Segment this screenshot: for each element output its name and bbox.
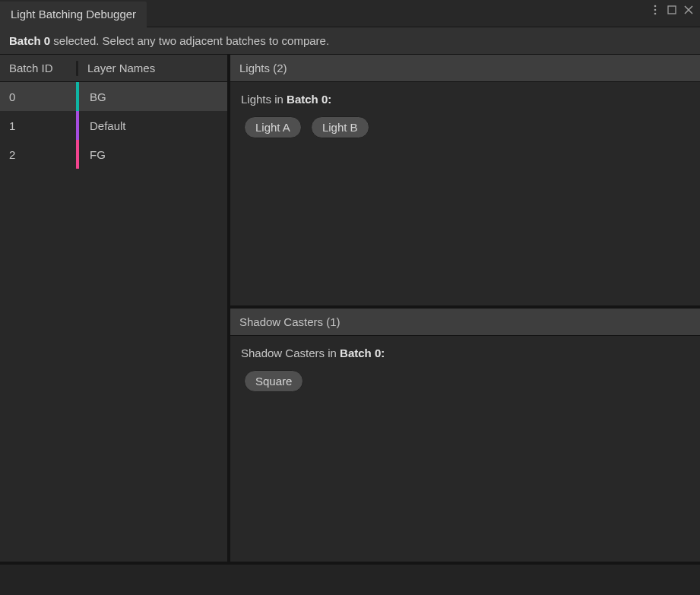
batch-row[interactable]: 1Default <box>0 111 227 140</box>
shadow-caster-chip[interactable]: Square <box>244 370 303 392</box>
light-chip[interactable]: Light A <box>244 116 302 138</box>
window-controls <box>644 0 700 20</box>
details-panel: Lights (2) Lights in Batch 0: Light ALig… <box>230 55 700 562</box>
info-suffix: selected. Select any two adjacent batche… <box>50 34 329 47</box>
batch-row[interactable]: 0BG <box>0 82 227 111</box>
lights-section: Lights (2) Lights in Batch 0: Light ALig… <box>230 55 700 305</box>
info-text: Batch 0 selected. Select any two adjacen… <box>9 34 329 47</box>
maximize-icon[interactable] <box>667 5 677 15</box>
content: Batch ID Layer Names 0BG1Default2FG Ligh… <box>0 55 700 562</box>
batch-rows-container: 0BG1Default2FG <box>0 82 227 169</box>
titlebar: Light Batching Debugger <box>0 0 700 27</box>
info-bold: Batch 0 <box>9 34 50 47</box>
shadows-header: Shadow Casters (1) <box>230 309 700 336</box>
lights-header-label: Lights (2) <box>239 62 287 74</box>
lights-body: Lights in Batch 0: Light ALight B <box>230 82 700 305</box>
light-chip[interactable]: Light B <box>311 116 369 138</box>
close-icon[interactable] <box>683 5 694 15</box>
lights-header: Lights (2) <box>230 55 700 82</box>
svg-point-2 <box>654 13 657 15</box>
svg-point-0 <box>654 5 657 8</box>
layer-name-cell: FG <box>79 143 227 166</box>
lights-title-line: Lights in Batch 0: <box>241 93 689 106</box>
shadows-title-line: Shadow Casters in Batch 0: <box>241 347 689 359</box>
window-tab[interactable]: Light Batching Debugger <box>0 2 147 27</box>
layer-name-cell: BG <box>79 85 227 109</box>
more-icon[interactable] <box>650 5 660 15</box>
header-layer-names: Layer Names <box>78 56 227 80</box>
shadows-body: Shadow Casters in Batch 0: Square <box>230 336 700 562</box>
shadows-section: Shadow Casters (1) Shadow Casters in Bat… <box>230 309 700 562</box>
lights-chips: Light ALight B <box>241 116 689 138</box>
svg-point-1 <box>654 9 657 11</box>
window-title: Light Batching Debugger <box>11 8 136 21</box>
batch-row[interactable]: 2FG <box>0 140 227 169</box>
shadows-title-bold: Batch 0: <box>340 347 385 359</box>
shadows-title-prefix: Shadow Casters in <box>241 347 340 359</box>
info-bar: Batch 0 selected. Select any two adjacen… <box>0 27 700 55</box>
batch-id-cell: 1 <box>0 114 76 138</box>
footer-bar <box>0 562 700 595</box>
header-batch-id: Batch ID <box>0 56 76 80</box>
lights-title-prefix: Lights in <box>241 93 287 106</box>
batch-id-cell: 2 <box>0 143 76 166</box>
batch-id-cell: 0 <box>0 85 76 109</box>
batch-list-panel: Batch ID Layer Names 0BG1Default2FG <box>0 55 227 562</box>
lights-title-bold: Batch 0: <box>287 93 331 106</box>
layer-name-cell: Default <box>79 114 227 138</box>
svg-rect-3 <box>668 6 676 14</box>
batch-table-header: Batch ID Layer Names <box>0 55 227 82</box>
shadows-header-label: Shadow Casters (1) <box>239 315 340 328</box>
shadows-chips: Square <box>241 370 689 392</box>
